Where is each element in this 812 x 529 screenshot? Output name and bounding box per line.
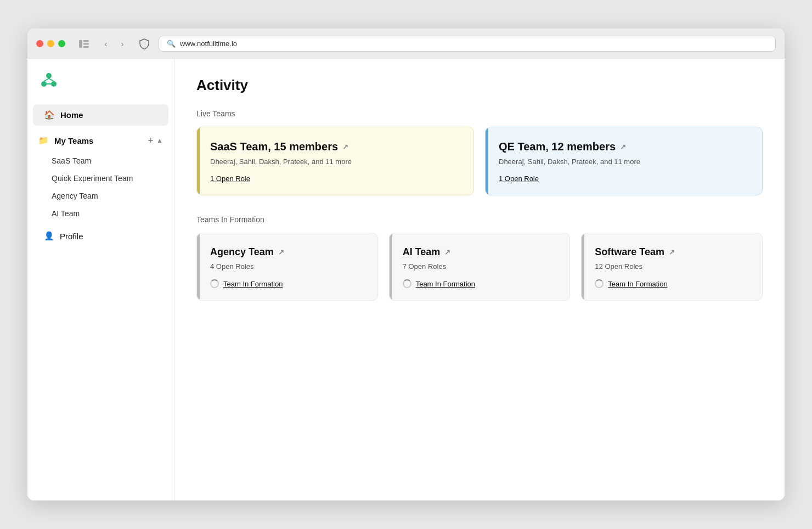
profile-label: Profile (60, 232, 83, 241)
spinner-icon (595, 279, 604, 288)
sidebar-nav: 🏠 Home 📁 My Teams + ▲ (27, 104, 174, 489)
formation-card-agency[interactable]: Agency Team ↗ 4 Open Roles Team In Forma… (196, 233, 378, 301)
external-link-icon: ↗ (620, 143, 626, 151)
traffic-lights (36, 40, 65, 47)
software-team-roles: 12 Open Roles (595, 262, 749, 271)
sidebar: 🏠 Home 📁 My Teams + ▲ (27, 59, 174, 500)
close-button[interactable] (36, 40, 43, 47)
sidebar-sub-items: SaaS Team Quick Experiment Team Agency T… (27, 151, 174, 223)
saas-team-members: Dheeraj, Sahil, Daksh, Prateek, and 11 m… (210, 157, 460, 166)
ai-team-status[interactable]: Team In Formation (403, 279, 557, 288)
collapse-icon[interactable]: ▲ (156, 137, 163, 144)
browser-window: ‹ › 🔍 www.notfulltime.io (27, 29, 785, 500)
url-text: www.notfulltime.io (180, 40, 237, 48)
saas-team-roles[interactable]: 1 Open Role (210, 175, 460, 183)
qe-team-members: Dheeraj, Sahil, Daksh, Prateek, and 11 m… (499, 157, 749, 166)
saas-team-title: SaaS Team, 15 members ↗ (210, 140, 460, 153)
agency-team-roles: 4 Open Roles (210, 262, 364, 271)
add-team-icon[interactable]: + (148, 136, 153, 145)
sidebar-item-ai-team[interactable]: AI Team (27, 205, 174, 222)
home-label: Home (60, 110, 83, 120)
profile-icon: 👤 (44, 231, 54, 241)
live-team-card-saas[interactable]: SaaS Team, 15 members ↗ Dheeraj, Sahil, … (196, 127, 474, 195)
svg-line-8 (49, 78, 54, 81)
svg-point-4 (46, 73, 52, 78)
spinner-icon (210, 279, 219, 288)
nav-arrows: ‹ › (98, 36, 130, 52)
app-layout: 🏠 Home 📁 My Teams + ▲ (27, 59, 785, 500)
svg-line-7 (44, 78, 49, 81)
forward-button[interactable]: › (115, 36, 130, 52)
sidebar-item-profile[interactable]: 👤 Profile (33, 226, 168, 246)
live-team-card-qe[interactable]: QE Team, 12 members ↗ Dheeraj, Sahil, Da… (485, 127, 763, 195)
svg-rect-2 (83, 43, 89, 44)
formation-teams-grid: Agency Team ↗ 4 Open Roles Team In Forma… (196, 233, 763, 301)
sidebar-item-quick-experiment-team[interactable]: Quick Experiment Team (27, 170, 174, 187)
sidebar-item-agency-team[interactable]: Agency Team (27, 187, 174, 205)
sidebar-toggle-icon[interactable] (76, 36, 92, 52)
software-team-status[interactable]: Team In Formation (595, 279, 749, 288)
formation-card-ai[interactable]: AI Team ↗ 7 Open Roles Team In Formation (389, 233, 571, 301)
formation-card-software[interactable]: Software Team ↗ 12 Open Roles Team In Fo… (581, 233, 763, 301)
external-link-icon: ↗ (278, 248, 284, 256)
search-icon: 🔍 (167, 40, 176, 48)
minimize-button[interactable] (47, 40, 54, 47)
my-teams-label: My Teams (54, 136, 93, 145)
address-bar[interactable]: 🔍 www.notfulltime.io (159, 36, 776, 52)
software-team-title: Software Team ↗ (595, 246, 749, 258)
main-content: Activity Live Teams SaaS Team, 15 member… (174, 59, 785, 500)
live-teams-section-label: Live Teams (196, 109, 763, 118)
agency-team-title: Agency Team ↗ (210, 246, 364, 258)
my-teams-header-left: 📁 My Teams (38, 136, 93, 145)
sidebar-section-my-teams: 📁 My Teams + ▲ SaaS Team Quick Experimen… (27, 130, 174, 223)
formation-teams-section-label: Teams In Formation (196, 215, 763, 224)
back-button[interactable]: ‹ (98, 36, 114, 52)
ai-team-title: AI Team ↗ (403, 246, 557, 258)
sidebar-item-home[interactable]: 🏠 Home (33, 104, 168, 126)
svg-rect-1 (83, 40, 89, 42)
my-teams-header[interactable]: 📁 My Teams + ▲ (27, 130, 174, 151)
qe-team-roles[interactable]: 1 Open Role (499, 175, 749, 183)
external-link-icon: ↗ (669, 248, 675, 256)
qe-team-title: QE Team, 12 members ↗ (499, 140, 749, 153)
spinner-icon (403, 279, 411, 288)
agency-team-status[interactable]: Team In Formation (210, 279, 364, 288)
live-teams-grid: SaaS Team, 15 members ↗ Dheeraj, Sahil, … (196, 127, 763, 195)
ai-team-roles: 7 Open Roles (403, 262, 557, 271)
page-title: Activity (196, 77, 763, 94)
browser-chrome: ‹ › 🔍 www.notfulltime.io (27, 29, 785, 59)
external-link-icon: ↗ (342, 143, 348, 151)
my-teams-actions: + ▲ (148, 136, 163, 145)
folder-icon: 📁 (38, 136, 49, 145)
app-logo (38, 70, 59, 91)
logo-area (27, 70, 174, 104)
sidebar-item-saas-team[interactable]: SaaS Team (27, 152, 174, 170)
external-link-icon: ↗ (444, 248, 450, 256)
svg-rect-3 (83, 46, 89, 48)
fullscreen-button[interactable] (58, 40, 65, 47)
home-icon: 🏠 (44, 110, 55, 120)
svg-rect-0 (79, 40, 82, 48)
shield-icon (137, 36, 152, 52)
